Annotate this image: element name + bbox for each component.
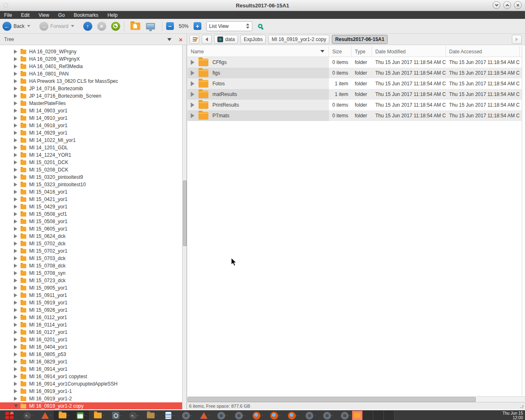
window-maximize-button[interactable] xyxy=(503,1,511,9)
toggle-path-edit-button[interactable] xyxy=(189,35,199,44)
file-row[interactable]: PrintResults0 itemsfolderThu 15 Jun 2017… xyxy=(187,100,525,110)
expander-open-icon[interactable] xyxy=(14,404,18,408)
tree-item[interactable]: MI 16_0914_yor1 xyxy=(0,365,183,373)
file-row[interactable]: figs0 itemsfolderThu 15 Jun 2017 11:18:5… xyxy=(187,68,525,78)
expander-closed-icon[interactable] xyxy=(191,60,194,65)
tree-item[interactable]: MI 15_0723_dck xyxy=(0,277,183,284)
tree-item[interactable]: MI 15_0919_yor1 xyxy=(0,299,183,306)
tree-item[interactable]: MI 15_0605_yor1 xyxy=(0,225,183,233)
expander-closed-icon[interactable] xyxy=(14,308,17,312)
path-segment-button[interactable]: MI 16_0919_yor1-2 copy xyxy=(268,35,329,44)
desktop-button[interactable] xyxy=(146,23,155,30)
expander-closed-icon[interactable] xyxy=(14,271,17,275)
expander-closed-icon[interactable] xyxy=(14,293,17,297)
back-button[interactable]: ← xyxy=(2,22,11,31)
expander-closed-icon[interactable] xyxy=(14,175,17,179)
expander-closed-icon[interactable] xyxy=(14,190,17,194)
cancel-button[interactable]: × xyxy=(97,22,106,31)
file-row[interactable]: PTmats0 itemsfolderThu 15 Jun 2017 11:18… xyxy=(187,110,525,121)
workspace-cell[interactable] xyxy=(373,411,384,420)
tree-item[interactable]: MI 15_0323_pintooltest10 xyxy=(0,181,183,188)
expander-closed-icon[interactable] xyxy=(14,64,17,68)
path-segment-button[interactable]: Results2017-06-15A1 xyxy=(332,35,388,44)
tree-item[interactable]: MI 16_0112_yor1 xyxy=(0,314,183,321)
expander-closed-icon[interactable] xyxy=(14,57,17,61)
file-row[interactable]: matResults1 itemfolderThu 15 Jun 2017 11… xyxy=(187,89,525,100)
expander-closed-icon[interactable] xyxy=(14,146,17,150)
column-header-type[interactable]: Type xyxy=(352,46,372,57)
workspace-cell[interactable] xyxy=(352,411,363,420)
tree-item[interactable]: MI 15_0508_yor1 xyxy=(0,218,183,225)
taskbar-item[interactable]: ·· xyxy=(230,411,248,420)
taskbar-item[interactable]: ·· xyxy=(318,411,336,420)
taskbar-clock[interactable]: Thu Jun 15 12:00 xyxy=(502,411,523,420)
expander-closed-icon[interactable] xyxy=(14,131,17,135)
view-mode-select[interactable]: List View xyxy=(206,21,252,31)
taskbar-item[interactable]: ·· xyxy=(283,411,301,420)
file-list-vertical-scrollbar[interactable] xyxy=(522,46,525,395)
expander-closed-icon[interactable] xyxy=(14,323,17,327)
taskbar-item[interactable] xyxy=(1,411,18,420)
taskbar-item[interactable]: · xyxy=(89,411,107,420)
expander-closed-icon[interactable] xyxy=(14,256,17,260)
tree-item[interactable]: MI 15_0421_yor1 xyxy=(0,196,183,203)
up-button[interactable]: ↑ xyxy=(83,22,92,31)
tree-item[interactable]: MI 15_0429_yor1 xyxy=(0,203,183,210)
tree-item[interactable]: MI 14_1022_MI_yor1 xyxy=(0,137,183,144)
tree-panel-close-icon[interactable]: × xyxy=(179,37,183,43)
panel-selector-dropdown-icon[interactable] xyxy=(167,38,171,41)
tree-item[interactable]: MI 15_0703_dck xyxy=(0,255,183,262)
expander-closed-icon[interactable] xyxy=(14,205,17,209)
expander-closed-icon[interactable] xyxy=(14,338,17,342)
expander-closed-icon[interactable] xyxy=(14,138,17,142)
file-row[interactable]: Fotos1 itemfolderThu 15 Jun 2017 11:18:5… xyxy=(187,78,525,89)
expander-closed-icon[interactable] xyxy=(14,212,17,216)
tree-item[interactable]: MasterPlateFiles xyxy=(0,100,183,107)
expander-closed-icon[interactable] xyxy=(14,367,17,371)
column-header-modified[interactable]: Date Modified xyxy=(372,46,446,57)
column-header-size[interactable]: Size xyxy=(329,46,352,57)
tree-item[interactable]: MI 15_0208_DCK xyxy=(0,166,183,173)
expander-closed-icon[interactable] xyxy=(14,168,17,172)
expander-closed-icon[interactable] xyxy=(14,234,17,238)
expander-closed-icon[interactable] xyxy=(14,315,17,320)
expander-closed-icon[interactable] xyxy=(14,116,17,120)
tree-scrollbar-thumb[interactable] xyxy=(183,180,187,246)
taskbar-item[interactable]: · xyxy=(301,411,318,420)
resize-grip[interactable] xyxy=(520,404,524,409)
tree-item[interactable]: MI 16_0829_yor1 xyxy=(0,358,183,365)
expander-closed-icon[interactable] xyxy=(14,286,17,290)
taskbar-item[interactable]: · xyxy=(195,411,212,420)
taskbar-item[interactable]: >_· xyxy=(18,411,36,420)
menu-go[interactable]: Go xyxy=(58,12,65,18)
taskbar-item[interactable]: ·· xyxy=(54,411,71,420)
taskbar-item[interactable]: · xyxy=(36,411,54,420)
refresh-button[interactable] xyxy=(111,22,120,31)
workspace-cell[interactable] xyxy=(384,411,395,420)
tree-item[interactable]: MI 16_0114_yor1 xyxy=(0,321,183,329)
expander-closed-icon[interactable] xyxy=(14,123,17,128)
back-label[interactable]: Back xyxy=(14,23,25,29)
path-segment-button[interactable]: ExpJobs xyxy=(240,35,266,44)
expander-closed-icon[interactable] xyxy=(14,101,17,105)
taskbar-item[interactable]: ·· xyxy=(160,411,177,420)
expander-closed-icon[interactable] xyxy=(191,103,194,107)
expander-closed-icon[interactable] xyxy=(14,345,17,349)
workspace-cell[interactable] xyxy=(363,411,373,420)
expander-closed-icon[interactable] xyxy=(14,352,17,356)
tree-item[interactable]: HA 16_0401_Ref3Media xyxy=(0,63,183,70)
tree-item[interactable]: MI 15_0905_yor1 xyxy=(0,284,183,292)
expander-closed-icon[interactable] xyxy=(191,71,194,75)
tree-item[interactable]: MI 16_0914_yor1CorrupuptedAppleSSH xyxy=(0,380,183,388)
tree-item[interactable]: MI 14_1224_YOR1 xyxy=(0,151,183,159)
expander-closed-icon[interactable] xyxy=(14,197,17,201)
expander-closed-icon[interactable] xyxy=(14,242,17,246)
tree-item[interactable]: MI 16_0919_yor1-2 xyxy=(0,395,183,402)
taskbar-item[interactable]: ·· xyxy=(71,411,89,420)
expander-closed-icon[interactable] xyxy=(14,79,17,83)
tree-item[interactable]: MI 16_0805_p53 xyxy=(0,351,183,358)
expander-closed-icon[interactable] xyxy=(14,153,17,157)
tree-item[interactable]: MI 15_0702_dck xyxy=(0,240,183,247)
path-scroll-right-button[interactable] xyxy=(512,35,522,44)
expander-closed-icon[interactable] xyxy=(14,227,17,231)
